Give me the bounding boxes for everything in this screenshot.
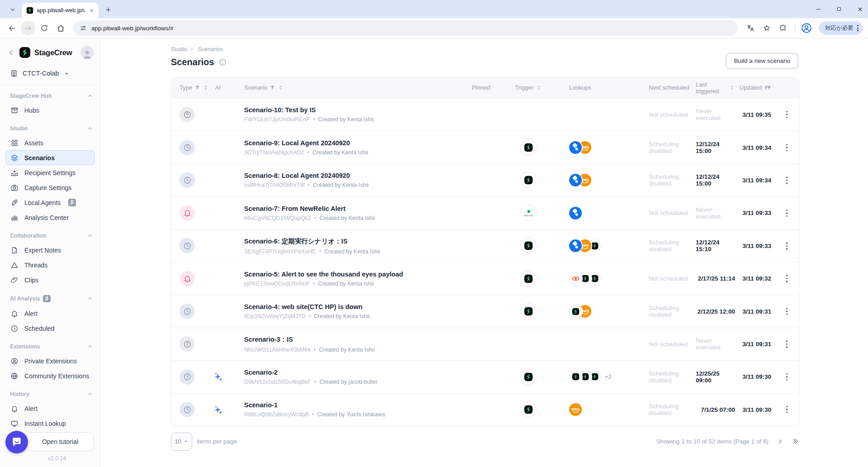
section-collapse-icon[interactable]	[87, 343, 93, 350]
scenario-title[interactable]: Scenario-6: 定期実行シナリオ：IS	[244, 237, 380, 246]
translate-button[interactable]	[743, 21, 758, 35]
scenario-title[interactable]: Scenario-8: Local Agent 20240920	[244, 172, 368, 179]
trigger-stagecrew-icon[interactable]	[520, 271, 537, 287]
sidebar-section-history[interactable]: History	[10, 391, 93, 397]
sidebar-item-local-agents[interactable]: Local Agentsβ	[5, 195, 95, 210]
lookup-thousandeyes-icon[interactable]	[569, 272, 582, 285]
sidebar-item-clips[interactable]: Clips	[5, 272, 95, 287]
lookup-connector-icon[interactable]	[569, 141, 582, 154]
trigger-stagecrew-icon[interactable]	[520, 139, 537, 156]
row-menu-button[interactable]	[786, 308, 788, 315]
scenario-title[interactable]: Scenario-2	[244, 369, 378, 376]
sidebar-item-expert-notes[interactable]: Expert Notes	[5, 243, 95, 257]
maximize-icon[interactable]	[835, 5, 843, 13]
sidebar-item-private-extensions[interactable]: Private Extensions	[5, 353, 95, 368]
sidebar-item-hubs[interactable]: Hubs	[5, 103, 95, 118]
url-text[interactable]: app.pitwall-web.jp/workflows/#	[91, 25, 174, 32]
chat-support-button[interactable]	[5, 431, 28, 453]
row-menu-button[interactable]	[786, 406, 788, 414]
close-window-icon[interactable]	[856, 5, 863, 13]
info-icon[interactable]	[219, 58, 226, 66]
last-page-button[interactable]	[791, 438, 799, 446]
next-page-button[interactable]	[776, 438, 784, 446]
sidebar-item-alert[interactable]: Alert	[5, 306, 95, 321]
last-triggered-sort-icon[interactable]	[729, 85, 735, 91]
profile-button[interactable]	[800, 21, 813, 35]
table-row[interactable]: Scenario-4: web site(CTC HP) is down tEI…	[171, 295, 799, 327]
table-row[interactable]: Screnario-3：IS NlsUWO11Abi4heX0bM6e•Crea…	[171, 328, 799, 360]
trigger-stagecrew-icon[interactable]	[520, 401, 537, 418]
table-row[interactable]: Scenario-6: 定期実行シナリオ：IS SEXgF74P7Uq6mYPa…	[171, 229, 799, 262]
url-bar[interactable]: app.pitwall-web.jp/workflows/#	[73, 20, 738, 36]
table-row[interactable]: Scenario-7: From NewRelic Alert b6uCgVtt…	[171, 196, 799, 229]
sidebar-section-extensions[interactable]: Extensions	[10, 343, 93, 350]
trigger-stagecrew-icon[interactable]	[520, 303, 537, 319]
sidebar-section-collaboration[interactable]: Collaboration	[10, 233, 93, 239]
section-collapse-icon[interactable]	[87, 93, 93, 99]
reload-button[interactable]	[37, 21, 52, 35]
row-menu-button[interactable]	[786, 176, 788, 184]
breadcrumb-studio[interactable]: Studio	[171, 46, 187, 52]
trigger-stagecrew-icon[interactable]	[520, 172, 537, 188]
table-row[interactable]: Scenario-10: Test by IS FWYOLtn7JjxUm3vi…	[171, 98, 799, 131]
org-switcher[interactable]: CTCT-Colab	[10, 69, 95, 77]
section-collapse-icon[interactable]	[87, 295, 93, 302]
row-menu-button[interactable]	[786, 340, 788, 348]
trigger-stagecrew-icon[interactable]	[520, 238, 537, 254]
trigger-sort-icon[interactable]	[536, 85, 542, 91]
open-tutorial-button[interactable]: Open tutorial	[26, 432, 94, 451]
table-row[interactable]: Scenario-9: Local Agent 20240920 3OTrjIT…	[171, 131, 799, 163]
lookup-connector-icon[interactable]	[569, 239, 582, 252]
scenario-title[interactable]: Scenario-9: Local Agent 20240920	[244, 139, 368, 147]
site-settings-icon[interactable]	[80, 24, 87, 32]
sidebar-item-threads[interactable]: Threads	[5, 257, 95, 272]
sidebar-item-recipient-settings[interactable]: Recipient Settings	[5, 165, 95, 180]
new-tab-button[interactable]	[102, 4, 114, 15]
scenario-filter-icon[interactable]	[269, 85, 275, 91]
table-row[interactable]: Scenario-2 O9kNS1xSdz50Du4bqBkF•Created …	[171, 360, 799, 393]
scenario-title[interactable]: Screnario-3：IS	[244, 335, 374, 344]
row-menu-button[interactable]	[786, 242, 788, 250]
lookup-connector-icon[interactable]	[569, 207, 582, 219]
build-new-scenario-button[interactable]: Build a new scenario	[726, 53, 798, 68]
section-collapse-icon[interactable]	[87, 125, 93, 132]
row-menu-button[interactable]	[786, 275, 788, 282]
scenario-title[interactable]: Scenario-1	[244, 401, 385, 409]
scenario-sort-icon[interactable]	[278, 85, 284, 91]
browser-action-chip[interactable]: 対応が必要	[819, 21, 863, 35]
sidebar-section-stagecrew-hub[interactable]: StageCrew Hub	[10, 93, 93, 99]
table-row[interactable]: Scenario-8: Local Agent 20240920 cv8fHca…	[171, 164, 799, 196]
back-button[interactable]	[5, 21, 19, 35]
sidebar-item-capture-settings[interactable]: Capture Settings	[5, 180, 95, 195]
sidebar-item-community-extensions[interactable]: Community Extensions	[5, 368, 95, 383]
bookmark-button[interactable]	[760, 21, 774, 35]
minimize-icon[interactable]	[815, 5, 822, 13]
breadcrumb-scenarios[interactable]: Scenarios	[198, 46, 223, 52]
row-menu-button[interactable]	[786, 210, 788, 217]
lookup-aws-icon[interactable]: aws	[569, 403, 582, 416]
forward-button[interactable]	[21, 21, 35, 35]
row-menu-button[interactable]	[786, 111, 788, 119]
sidebar-section-studio[interactable]: Studio	[10, 125, 93, 132]
scenario-title[interactable]: Scenario-4: web site(CTC HP) is down	[244, 303, 369, 310]
type-filter-icon[interactable]	[194, 85, 200, 91]
updated-sort-active-icon[interactable]	[764, 84, 771, 91]
page-size-select[interactable]: 10	[171, 433, 192, 451]
section-collapse-icon[interactable]	[87, 233, 93, 239]
trigger-newrelic-icon[interactable]: new relic	[520, 205, 537, 221]
row-menu-button[interactable]	[786, 144, 788, 152]
row-menu-button[interactable]	[786, 373, 788, 381]
lookup-connector-icon[interactable]	[569, 174, 582, 186]
sidebar-item-analysis-center[interactable]: Analysis Center	[5, 210, 95, 225]
sidebar-section-ai-analysis[interactable]: AI Analysisβ	[10, 295, 93, 302]
user-avatar[interactable]	[80, 46, 94, 59]
sidebar-item-scenarios[interactable]: Scenarios	[5, 150, 95, 165]
table-row[interactable]: Scenario-1 R6BLvQ0bZd8mryWcifpB•Created …	[171, 393, 799, 426]
section-collapse-icon[interactable]	[87, 391, 93, 397]
sidebar-item-alert[interactable]: Alert	[5, 401, 95, 416]
lookup-stagecrew-icon[interactable]	[569, 305, 582, 318]
trigger-stagecrew-icon[interactable]	[520, 369, 537, 385]
sidebar-collapse-button[interactable]	[7, 48, 15, 57]
home-button[interactable]	[53, 21, 68, 35]
scenario-title[interactable]: Scenario-10: Test by IS	[244, 106, 374, 114]
